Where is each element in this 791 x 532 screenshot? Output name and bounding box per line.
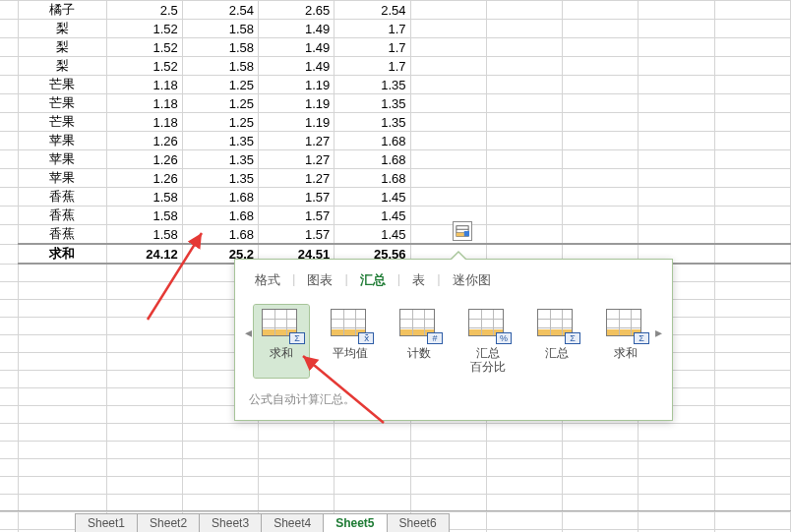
data-cell[interactable]: [106, 405, 182, 423]
row-label[interactable]: 苹果: [18, 132, 106, 150]
data-cell[interactable]: 2.65: [259, 1, 335, 20]
data-cell[interactable]: [106, 458, 182, 476]
data-cell[interactable]: 1.57: [259, 207, 335, 225]
data-cell[interactable]: 1.58: [106, 207, 182, 225]
data-cell[interactable]: 1.35: [182, 132, 258, 150]
data-cell[interactable]: [106, 299, 182, 317]
data-cell[interactable]: 1.58: [182, 20, 258, 38]
tab-chart[interactable]: 图表: [301, 269, 338, 291]
data-cell[interactable]: 1.68: [182, 225, 258, 245]
row-label[interactable]: [18, 299, 106, 317]
data-cell[interactable]: 1.57: [259, 225, 335, 245]
data-cell[interactable]: 1.19: [259, 94, 335, 113]
data-cell[interactable]: [182, 458, 258, 476]
data-cell[interactable]: [259, 494, 335, 511]
row-label[interactable]: 求和: [18, 244, 106, 264]
data-cell[interactable]: 1.35: [182, 169, 258, 188]
row-label[interactable]: [18, 387, 106, 405]
data-cell[interactable]: 1.18: [106, 113, 182, 132]
row-label[interactable]: [18, 264, 106, 281]
row-label[interactable]: [18, 476, 106, 494]
data-cell[interactable]: [335, 476, 410, 494]
data-cell[interactable]: [106, 334, 182, 352]
data-cell[interactable]: 1.49: [259, 38, 335, 57]
data-cell[interactable]: 1.26: [106, 132, 182, 150]
data-cell[interactable]: 1.45: [335, 225, 410, 245]
row-label[interactable]: 香蕉: [18, 225, 106, 245]
data-cell[interactable]: 1.52: [106, 57, 182, 76]
row-label[interactable]: 梨: [18, 38, 106, 57]
row-label[interactable]: [18, 458, 106, 476]
data-cell[interactable]: 1.57: [259, 188, 335, 207]
tab-format[interactable]: 格式: [249, 269, 286, 291]
data-cell[interactable]: [335, 494, 410, 511]
data-cell[interactable]: 2.54: [335, 1, 410, 20]
data-cell[interactable]: 1.35: [335, 113, 410, 132]
data-cell[interactable]: 1.68: [335, 169, 410, 188]
data-cell[interactable]: 1.68: [182, 207, 258, 225]
sheet-tab[interactable]: Sheet6: [387, 513, 450, 532]
row-label[interactable]: [18, 334, 106, 352]
row-label[interactable]: [18, 370, 106, 387]
data-cell[interactable]: [106, 423, 182, 441]
row-label[interactable]: 苹果: [18, 150, 106, 169]
gallery-item-count[interactable]: # 计数: [392, 305, 447, 378]
data-cell[interactable]: [106, 370, 182, 387]
sheet-tab[interactable]: Sheet3: [199, 513, 262, 532]
data-cell[interactable]: 1.52: [106, 38, 182, 57]
row-label[interactable]: 芒果: [18, 94, 106, 113]
data-cell[interactable]: [259, 458, 335, 476]
row-label[interactable]: 梨: [18, 57, 106, 76]
data-cell[interactable]: [106, 441, 182, 458]
data-cell[interactable]: [182, 423, 258, 441]
sheet-tab[interactable]: Sheet4: [261, 513, 324, 532]
row-label[interactable]: 梨: [18, 20, 106, 38]
sheet-tab[interactable]: Sheet5: [323, 513, 387, 532]
gallery-item-avg[interactable]: x̄ 平均值: [323, 305, 378, 378]
data-cell[interactable]: 1.68: [335, 150, 410, 169]
gallery-prev[interactable]: ◂: [245, 305, 252, 360]
data-cell[interactable]: 1.19: [259, 76, 335, 94]
data-cell[interactable]: 1.58: [106, 188, 182, 207]
data-cell[interactable]: 1.52: [106, 20, 182, 38]
data-cell[interactable]: 1.26: [106, 169, 182, 188]
data-cell[interactable]: [182, 441, 258, 458]
row-label[interactable]: 香蕉: [18, 188, 106, 207]
quick-analysis-button[interactable]: [453, 221, 472, 241]
data-cell[interactable]: [259, 441, 335, 458]
row-label[interactable]: [18, 441, 106, 458]
sheet-tab[interactable]: Sheet2: [137, 513, 200, 532]
data-cell[interactable]: [106, 494, 182, 511]
data-cell[interactable]: 1.35: [182, 150, 258, 169]
data-cell[interactable]: 1.18: [106, 94, 182, 113]
gallery-next[interactable]: ▸: [655, 305, 662, 360]
row-label[interactable]: [18, 281, 106, 299]
data-cell[interactable]: 1.68: [335, 132, 410, 150]
data-cell[interactable]: 1.49: [259, 57, 335, 76]
row-label[interactable]: 橘子: [18, 1, 106, 20]
data-cell[interactable]: 1.68: [182, 188, 258, 207]
data-cell[interactable]: 1.49: [259, 20, 335, 38]
data-cell[interactable]: 1.27: [259, 132, 335, 150]
data-cell[interactable]: 1.26: [106, 150, 182, 169]
row-label[interactable]: 芒果: [18, 113, 106, 132]
sheet-tab[interactable]: Sheet1: [75, 513, 138, 532]
gallery-item-running[interactable]: Σ 汇总: [529, 305, 584, 378]
data-cell[interactable]: 1.25: [182, 94, 258, 113]
data-cell[interactable]: 1.7: [335, 57, 410, 76]
data-cell[interactable]: [335, 458, 410, 476]
data-cell[interactable]: [106, 352, 182, 370]
data-cell[interactable]: [106, 281, 182, 299]
data-cell[interactable]: [335, 441, 410, 458]
data-cell[interactable]: [335, 423, 410, 441]
data-cell[interactable]: 1.58: [182, 57, 258, 76]
tab-table[interactable]: 表: [406, 269, 431, 291]
row-label[interactable]: [18, 494, 106, 511]
data-cell[interactable]: 1.45: [335, 207, 410, 225]
row-label[interactable]: 苹果: [18, 169, 106, 188]
data-cell[interactable]: 1.58: [106, 225, 182, 245]
data-cell[interactable]: 1.7: [335, 38, 410, 57]
data-cell[interactable]: 1.25: [182, 76, 258, 94]
data-cell[interactable]: 1.27: [259, 150, 335, 169]
data-cell[interactable]: 1.19: [259, 113, 335, 132]
